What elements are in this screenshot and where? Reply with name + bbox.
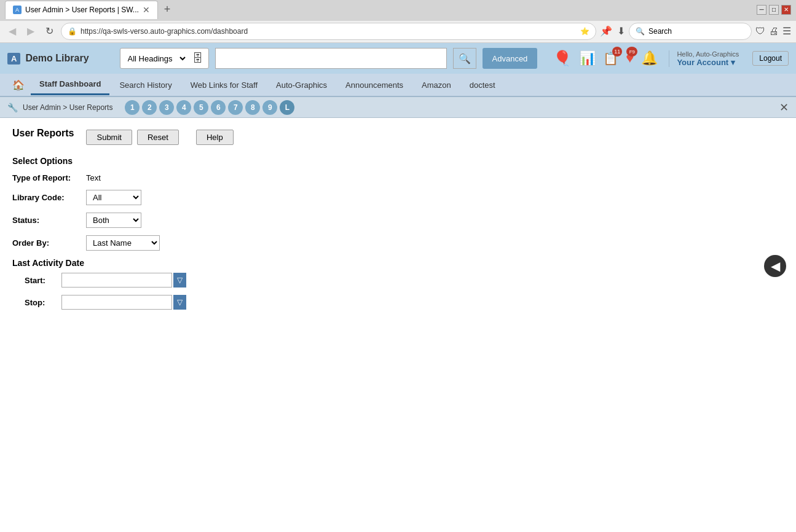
app-nav: 🏠 Staff Dashboard Search History Web Lin…: [0, 74, 796, 97]
page-1[interactable]: 1: [125, 100, 140, 115]
title-row: User Reports Submit Reset Help: [12, 128, 784, 146]
page-5[interactable]: 5: [194, 100, 208, 115]
address-text: https://qa-swls-verso.auto-graphics.com/…: [81, 27, 577, 36]
advanced-btn[interactable]: Advanced: [483, 48, 538, 69]
maximize-btn[interactable]: □: [769, 5, 779, 15]
main-content: User Reports Submit Reset Help Select Op…: [0, 118, 796, 487]
back-btn[interactable]: ◀: [5, 24, 20, 38]
app-logo-badge: A: [7, 53, 20, 65]
start-date-row: Start: ▽: [25, 273, 784, 288]
tab-favicon: A: [13, 6, 22, 14]
print-icon[interactable]: 🖨: [769, 26, 779, 37]
account-greeting: Hello, Auto-Graphics: [677, 50, 739, 58]
minimize-btn[interactable]: ─: [757, 5, 766, 15]
last-activity-date-header: Last Activity Date: [12, 258, 784, 268]
order-by-select[interactable]: Last Name First Name Email: [86, 235, 160, 251]
logout-btn[interactable]: Logout: [752, 51, 789, 66]
new-tab-btn[interactable]: +: [160, 3, 175, 16]
account-section: Hello, Auto-Graphics Your Account ▾: [669, 50, 746, 67]
form-section: Select Options Type of Report: Text Libr…: [12, 156, 784, 310]
page-numbers: 1 2 3 4 5 6 7 8 9 L: [125, 100, 294, 115]
library-code-label: Library Code:: [12, 193, 86, 202]
notifications-icon[interactable]: 🔔: [641, 50, 658, 66]
nav-amazon[interactable]: Amazon: [413, 76, 460, 95]
page-6[interactable]: 6: [211, 100, 226, 115]
status-row: Status: Both Active Inactive: [12, 213, 784, 228]
stop-date-input[interactable]: [61, 295, 172, 310]
page-9[interactable]: 9: [262, 100, 277, 115]
type-of-report-value: Text: [86, 173, 101, 182]
start-date-input[interactable]: [61, 273, 172, 288]
app-header: A Demo Library All Headings 🗄 🔍 Advanced…: [0, 43, 796, 74]
nav-doctest[interactable]: doctest: [461, 76, 504, 95]
nav-web-links[interactable]: Web Links for Staff: [182, 76, 266, 95]
breadcrumb-text: User Admin > User Reports: [23, 103, 112, 112]
page-title: User Reports: [12, 128, 74, 139]
header-icons: 🎈 📊 📋 11 ♥ F9 🔔: [553, 50, 658, 67]
start-date-calendar-btn[interactable]: ▽: [173, 273, 186, 288]
balloon-icon[interactable]: 🎈: [553, 50, 572, 67]
nav-announcements[interactable]: Announcements: [337, 76, 412, 95]
search-type-select[interactable]: All Headings: [120, 51, 187, 66]
page-4[interactable]: 4: [176, 100, 191, 115]
fav-badge: F9: [626, 47, 637, 57]
order-by-row: Order By: Last Name First Name Email: [12, 235, 784, 251]
address-bar[interactable]: 🔒 https://qa-swls-verso.auto-graphics.co…: [61, 23, 596, 40]
active-tab[interactable]: A User Admin > User Reports | SW... ✕: [5, 1, 158, 19]
messages-icon[interactable]: 📋 11: [603, 50, 618, 66]
help-btn[interactable]: Help: [196, 130, 234, 145]
title-bar: A User Admin > User Reports | SW... ✕ + …: [0, 0, 796, 20]
refresh-btn[interactable]: ↻: [42, 24, 57, 38]
account-name-link[interactable]: Your Account ▾: [677, 58, 735, 67]
search-input[interactable]: [215, 48, 447, 69]
status-select[interactable]: Both Active Inactive: [86, 213, 141, 228]
nav-staff-dashboard[interactable]: Staff Dashboard: [31, 74, 109, 95]
stop-label: Stop:: [25, 298, 61, 307]
action-buttons: Submit Reset Help: [86, 130, 233, 145]
breadcrumb-bar: 🔧 User Admin > User Reports 1 2 3 4 5 6 …: [0, 97, 796, 118]
reports-icon[interactable]: 📊: [579, 50, 596, 66]
favorites-icon[interactable]: 🛡: [755, 26, 765, 37]
stop-date-calendar-btn[interactable]: ▽: [173, 295, 186, 310]
library-code-row: Library Code: All: [12, 190, 784, 205]
tab-title: User Admin > User Reports | SW...: [25, 6, 139, 14]
select-options-title: Select Options: [12, 156, 784, 166]
search-dropdown-container: All Headings 🗄: [120, 48, 209, 69]
forward-btn[interactable]: ▶: [23, 24, 38, 38]
page-2[interactable]: 2: [142, 100, 157, 115]
page-7[interactable]: 7: [228, 100, 243, 115]
save-icon[interactable]: ⬇: [617, 25, 625, 37]
reset-btn[interactable]: Reset: [137, 130, 179, 145]
status-label: Status:: [12, 216, 86, 225]
page-L[interactable]: L: [280, 100, 294, 115]
browser-nav-bar: ◀ ▶ ↻ 🔒 https://qa-swls-verso.auto-graph…: [0, 20, 796, 43]
nav-search-history[interactable]: Search History: [111, 76, 180, 95]
menu-icon[interactable]: ☰: [782, 25, 791, 37]
library-code-select[interactable]: All: [86, 190, 141, 205]
breadcrumb-icon: 🔧: [7, 103, 18, 112]
browser-search-placeholder: Search: [648, 27, 672, 36]
search-go-btn[interactable]: 🔍: [453, 48, 476, 69]
home-icon[interactable]: 🏠: [7, 74, 30, 96]
type-of-report-row: Type of Report: Text: [12, 173, 784, 182]
stop-date-row: Stop: ▽: [25, 295, 784, 310]
close-win-btn[interactable]: ✕: [781, 5, 791, 15]
database-icon[interactable]: 🗄: [187, 50, 208, 68]
submit-btn[interactable]: Submit: [86, 130, 132, 145]
favorites-heart-icon[interactable]: ♥ F9: [626, 50, 634, 66]
messages-badge: 11: [612, 47, 622, 57]
page-3[interactable]: 3: [159, 100, 174, 115]
back-arrow-btn[interactable]: ◀: [764, 255, 786, 277]
order-by-label: Order By:: [12, 238, 86, 248]
start-label: Start:: [25, 276, 61, 285]
close-panel-btn[interactable]: ✕: [779, 101, 789, 114]
app-logo-text: Demo Library: [25, 53, 89, 64]
type-of-report-label: Type of Report:: [12, 173, 86, 182]
browser-search-box[interactable]: 🔍 Search: [629, 23, 752, 40]
tab-close-btn[interactable]: ✕: [143, 5, 150, 15]
nav-auto-graphics[interactable]: Auto-Graphics: [267, 76, 336, 95]
bookmark-icon[interactable]: 📌: [600, 25, 612, 37]
page-8[interactable]: 8: [245, 100, 260, 115]
